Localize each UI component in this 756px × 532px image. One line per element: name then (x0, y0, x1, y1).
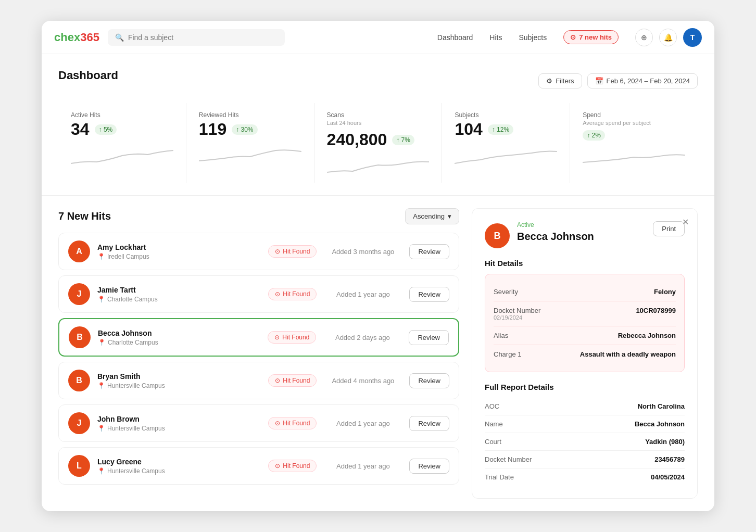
location-icon: 📍 (98, 339, 106, 346)
detail-avatar: B (485, 223, 510, 248)
detail-name-section: Active Becca Johnson (517, 221, 646, 243)
detail-value: Felony (654, 288, 676, 296)
print-button[interactable]: Print (653, 221, 685, 236)
hit-detail-row: Docket Number 02/19/2024 10CR078999 (494, 301, 676, 326)
hit-found-badge: ⊙Hit Found (268, 245, 317, 258)
hit-avatar: J (68, 283, 90, 305)
hit-item[interactable]: B Becca Johnson 📍Charlotte Campus ⊙Hit F… (58, 318, 459, 357)
hit-info: Bryan Smith 📍Huntersville Campus (97, 372, 261, 389)
hit-found-badge: ⊙Hit Found (268, 288, 317, 300)
hit-info: Becca Johnson 📍Charlotte Campus (98, 329, 260, 346)
detail-close-button[interactable]: ✕ (682, 217, 689, 227)
help-icon-btn[interactable]: ⊕ (635, 29, 653, 46)
report-key: AOC (485, 402, 499, 410)
hit-item[interactable]: J John Brown 📍Huntersville Campus ⊙Hit F… (58, 404, 459, 442)
detail-key: Severity (494, 288, 518, 296)
nav-subjects[interactable]: Subjects (519, 33, 547, 42)
review-button[interactable]: Review (409, 459, 449, 474)
filters-icon: ⚙ (546, 77, 552, 85)
full-report-row: Trial Date 04/05/2024 (485, 468, 685, 486)
report-value: North Carolina (638, 402, 685, 410)
new-hits-icon: ⊙ (570, 33, 576, 41)
hit-campus: 📍Iredell Campus (97, 253, 261, 260)
hit-found-badge: ⊙Hit Found (268, 331, 316, 344)
review-button[interactable]: Review (409, 330, 449, 345)
stat-card-2: Scans Last 24 hours 240,800 ↑ 7% (314, 103, 443, 183)
dashboard-top: Dashboard ⚙ Filters 📅 Feb 6, 2024 – Feb … (58, 69, 698, 93)
hit-date: Added 1 year ago (324, 462, 402, 470)
hit-detail-row: Alias Rebecca Johnson (494, 326, 676, 345)
hit-date: Added 1 year ago (324, 420, 402, 427)
full-report-row: AOC North Carolina (485, 398, 685, 415)
filters-button[interactable]: ⚙ Filters (538, 73, 582, 88)
review-button[interactable]: Review (409, 287, 449, 302)
detail-header: B Active Becca Johnson Print (485, 221, 685, 248)
header-icons: ⊕ 🔔 T (635, 28, 702, 47)
app-container: chex365 🔍 Dashboard Hits Subjects ⊙ 7 ne… (42, 21, 714, 511)
search-bar[interactable]: 🔍 (108, 29, 285, 46)
location-icon: 📍 (97, 425, 105, 432)
hit-info: John Brown 📍Huntersville Campus (97, 415, 261, 432)
location-icon: 📍 (97, 467, 105, 475)
nav-dashboard[interactable]: Dashboard (437, 33, 473, 42)
stats-row: Active Hits 34 ↑ 5% Reviewed Hits 119 ↑ … (58, 103, 698, 183)
hits-list: A Amy Lockhart 📍Iredell Campus ⊙Hit Foun… (58, 233, 459, 485)
hit-avatar: B (68, 370, 90, 391)
detail-value: 10CR078999 (636, 307, 676, 314)
header: chex365 🔍 Dashboard Hits Subjects ⊙ 7 ne… (42, 21, 714, 54)
logo: chex365 (54, 31, 99, 44)
hit-avatar: B (69, 326, 91, 348)
detail-key: Alias (494, 332, 508, 339)
alert-icon: ⊙ (275, 377, 280, 384)
report-key: Docket Number (485, 455, 532, 463)
hit-item[interactable]: A Amy Lockhart 📍Iredell Campus ⊙Hit Foun… (58, 233, 459, 270)
hit-avatar: A (68, 240, 90, 262)
dashboard-section: Dashboard ⚙ Filters 📅 Feb 6, 2024 – Feb … (42, 54, 714, 196)
hits-list-panel: 7 New Hits Ascending ▾ A Amy Lockhart 📍I… (58, 208, 459, 485)
search-input[interactable] (128, 33, 278, 42)
location-icon: 📍 (97, 382, 105, 389)
detail-name: Becca Johnson (517, 231, 646, 243)
hit-campus: 📍Charlotte Campus (98, 339, 260, 346)
alert-icon: ⊙ (274, 334, 280, 341)
hit-item[interactable]: B Bryan Smith 📍Huntersville Campus ⊙Hit … (58, 362, 459, 399)
new-hits-count: 7 new hits (579, 33, 612, 41)
alert-icon: ⊙ (275, 290, 280, 298)
report-value: Becca Johnson (635, 420, 685, 428)
filters-label: Filters (556, 77, 574, 85)
user-avatar-btn[interactable]: T (683, 28, 702, 47)
active-badge: Active (517, 221, 646, 229)
bell-icon-btn[interactable]: 🔔 (659, 29, 677, 46)
review-button[interactable]: Review (409, 416, 449, 431)
detail-panel: ✕ B Active Becca Johnson Print Hit Detai… (472, 208, 698, 499)
hit-item[interactable]: J Jamie Tartt 📍Charlotte Campus ⊙Hit Fou… (58, 275, 459, 313)
hit-date: Added 1 year ago (324, 290, 402, 298)
logo-part1: chex (54, 31, 80, 44)
logo-part2: 365 (80, 31, 99, 44)
hit-date: Added 3 months ago (324, 248, 402, 256)
nav-hits[interactable]: Hits (489, 33, 502, 42)
hit-campus: 📍Huntersville Campus (97, 382, 261, 389)
review-button[interactable]: Review (409, 244, 449, 259)
hit-item[interactable]: L Lucy Greene 📍Huntersville Campus ⊙Hit … (58, 447, 459, 485)
full-report-section: AOC North Carolina Name Becca Johnson Co… (485, 398, 685, 486)
detail-key-sub: 02/19/2024 (494, 314, 540, 321)
hit-found-badge: ⊙Hit Found (268, 374, 317, 387)
stat-card-1: Reviewed Hits 119 ↑ 30% (186, 103, 314, 183)
hit-info: Amy Lockhart 📍Iredell Campus (97, 243, 261, 260)
hit-campus: 📍Charlotte Campus (97, 296, 261, 303)
hit-avatar: J (68, 412, 90, 434)
sort-button[interactable]: Ascending ▾ (405, 208, 459, 224)
review-button[interactable]: Review (409, 373, 449, 388)
full-report-title: Full Report Details (485, 383, 685, 391)
stat-card-4: Spend Average spend per subject ↑ 2% (570, 103, 698, 183)
detail-key: Charge 1 (494, 350, 521, 358)
hit-details-card: Severity Felony Docket Number 02/19/2024… (485, 274, 685, 372)
date-range-button[interactable]: 📅 Feb 6, 2024 – Feb 20, 2024 (587, 73, 698, 88)
hit-name: Bryan Smith (97, 372, 261, 381)
new-hits-badge[interactable]: ⊙ 7 new hits (563, 30, 619, 44)
hit-found-badge: ⊙Hit Found (268, 460, 317, 472)
chevron-down-icon: ▾ (448, 212, 451, 220)
hit-found-badge: ⊙Hit Found (268, 417, 317, 429)
alert-icon: ⊙ (275, 462, 280, 470)
